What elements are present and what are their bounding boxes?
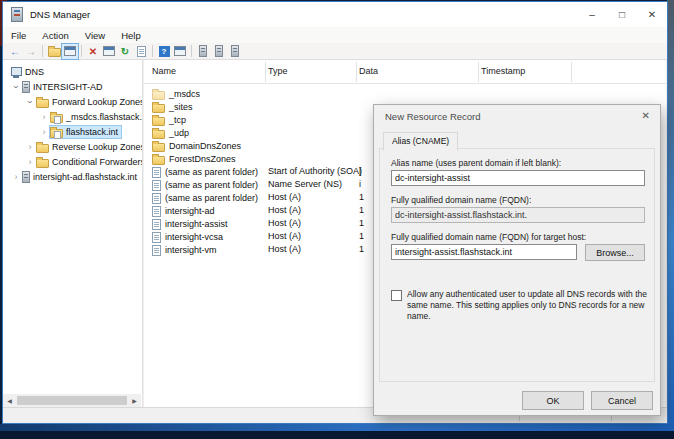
chevron-right-icon[interactable]: › [38,127,50,137]
fqdn-input [391,207,645,223]
folder-icon [152,104,165,113]
record-type: Host (A) [268,192,301,202]
up-one-level-button[interactable] [46,44,62,59]
chevron-right-icon[interactable]: › [24,142,36,152]
column-header-data[interactable]: Data [359,66,378,76]
folder-icon [36,99,49,108]
minimize-button[interactable]: – [577,2,607,27]
dialog-close-icon[interactable]: ✕ [642,110,650,121]
tree-item-dns[interactable]: DNS [3,64,142,79]
tree-item-forward-lookup-zones[interactable]: › Forward Lookup Zones [3,94,142,109]
record-icon [152,232,161,243]
folder-up-icon [48,48,61,57]
list-row[interactable]: _msdcs [144,87,666,100]
back-icon[interactable]: ← [7,44,23,59]
tree-item-intersight-ad-flashstack-int[interactable]: › intersight-ad.flashstack.int [3,169,142,184]
tree-item-msdcs-flashstack-int[interactable]: › _msdcs.flashstack.int [3,109,142,124]
show-action-pane-button[interactable] [172,44,188,59]
record-type: Name Server (NS) [268,179,342,189]
folder-icon [36,159,49,168]
tree-item-conditional-forwarders[interactable]: › Conditional Forwarders [3,154,142,169]
record-name: ForestDnsZones [169,154,236,164]
column-separator[interactable] [265,62,266,82]
browse-button[interactable]: Browse... [585,244,645,261]
server-tool-icon [231,45,239,57]
tree-item-reverse-lookup-zones[interactable]: › Reverse Lookup Zones [3,139,142,154]
column-header-name[interactable]: Name [152,66,176,76]
desktop-background [667,0,674,439]
tree-item-label: flashstack.int [63,126,121,138]
record-type: Host (A) [268,244,301,254]
title-bar[interactable]: DNS Manager – □ ✕ [3,2,667,27]
record-icon [152,219,161,230]
tree-item-flashstack-int[interactable]: › flashstack.int [3,124,142,139]
toolbar-separator [81,45,82,57]
help-icon: ? [159,46,170,57]
dns-root-icon [10,66,22,78]
column-separator[interactable] [478,62,479,82]
properties-button[interactable] [101,44,117,59]
chevron-right-icon[interactable]: › [38,112,50,122]
export-list-button[interactable] [133,44,149,59]
tree-item-label: Forward Lookup Zones [49,96,143,108]
export-list-icon [137,46,146,57]
new-resource-record-dialog: New Resource Record ✕ Alias (CNAME) Alia… [373,104,661,416]
scroll-left-icon[interactable]: ◀ [3,397,16,404]
console-tree-icon [64,46,76,56]
toolbar-extra-button-3[interactable] [227,44,243,59]
ok-button[interactable]: OK [522,391,584,410]
chevron-down-icon[interactable]: › [11,81,21,93]
refresh-button[interactable]: ↻ [117,44,133,59]
help-button[interactable]: ? [156,44,172,59]
scrollbar-thumb[interactable] [17,396,127,405]
record-icon [152,193,161,204]
maximize-button[interactable]: □ [607,2,637,27]
zone-icon [50,114,63,123]
close-button[interactable]: ✕ [637,2,667,27]
dialog-title-bar[interactable]: New Resource Record ✕ [374,105,660,129]
record-icon [152,245,161,256]
tab-alias-cname[interactable]: Alias (CNAME) [383,132,458,151]
menu-file[interactable]: File [3,30,34,41]
server-icon [22,171,30,183]
record-icon [152,206,161,217]
record-type: Host (A) [268,231,301,241]
record-data: 1 [359,231,364,241]
record-name: intersight-vm [165,245,217,255]
column-header-timestamp[interactable]: Timestamp [481,66,525,76]
dns-manager-icon [11,7,23,22]
target-host-input[interactable] [391,244,577,260]
checkbox-unchecked-icon[interactable] [391,290,402,301]
tree-horizontal-scrollbar[interactable]: ◀ ▶ [3,394,141,407]
record-name: intersight-vcsa [165,232,223,242]
chevron-right-icon[interactable]: › [10,172,22,182]
menu-view[interactable]: View [77,30,113,41]
alias-name-input[interactable] [391,170,645,186]
delete-button[interactable]: ✕ [85,44,101,59]
record-name: intersight-assist [165,219,228,229]
chevron-right-icon[interactable]: › [24,157,36,167]
window-title: DNS Manager [30,2,90,27]
record-name: intersight-ad [165,206,215,216]
tree-item-intersight-ad[interactable]: › INTERSIGHT-AD [3,79,142,94]
menu-help[interactable]: Help [113,30,149,41]
cancel-button[interactable]: Cancel [591,391,653,410]
toolbar-separator [42,45,43,57]
server-tool-icon [215,45,223,57]
record-name: _msdcs [169,89,200,99]
selected-tree-item: flashstack.int [50,126,121,138]
show-console-tree-button[interactable] [62,44,78,59]
scroll-right-icon[interactable]: ▶ [128,397,141,404]
menu-action[interactable]: Action [34,30,76,41]
tree-item-label: intersight-ad.flashstack.int [30,171,140,183]
toolbar-extra-button-1[interactable] [195,44,211,59]
tree-item-label: DNS [22,66,47,78]
forward-icon[interactable]: → [23,44,39,59]
column-separator[interactable] [571,62,572,82]
chevron-down-icon[interactable]: › [25,96,35,108]
target-host-label: Fully qualified domain name (FQDN) for t… [391,232,586,242]
toolbar-extra-button-2[interactable] [211,44,227,59]
folder-icon [152,143,165,152]
column-separator[interactable] [356,62,357,82]
column-header-type[interactable]: Type [268,66,288,76]
